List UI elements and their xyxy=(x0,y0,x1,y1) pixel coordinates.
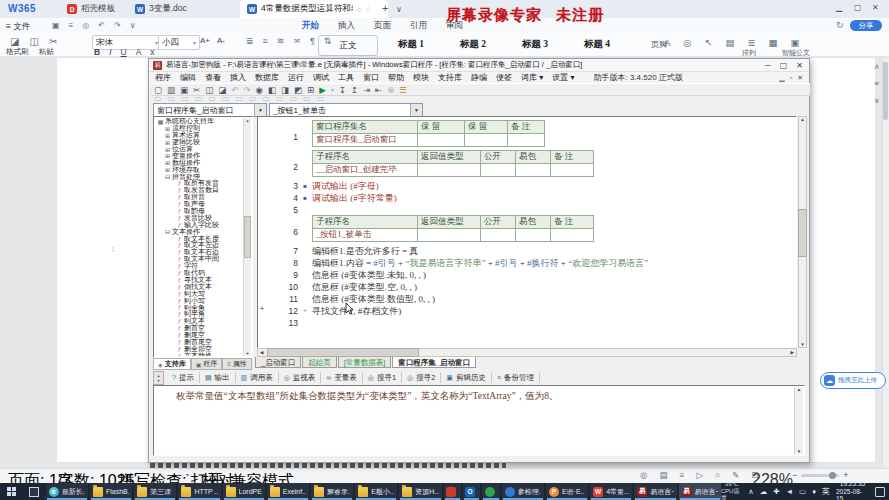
taskbar-item[interactable]: 资源H... xyxy=(399,483,441,500)
task-view-button[interactable] xyxy=(24,483,44,500)
toolbar-icon[interactable]: ◎ xyxy=(683,37,691,48)
toolbar-icon[interactable]: ↧ xyxy=(339,85,346,95)
tree-item[interactable]: ƒ取文本中间 xyxy=(155,256,244,263)
toolbar-icon[interactable]: x xyxy=(150,47,154,57)
toolbar-icon[interactable]: ▭ xyxy=(181,94,189,103)
menu-item[interactable]: 编辑 xyxy=(180,72,196,83)
toolbar-icon[interactable]: ✎ xyxy=(732,470,739,480)
panel-tab[interactable]: ▣程序 xyxy=(191,358,223,370)
toolbar-icon[interactable]: A- xyxy=(217,36,225,45)
toolbar-icon[interactable]: ⇤ xyxy=(375,85,382,95)
code-line[interactable]: 13 xyxy=(258,317,778,329)
output-tool[interactable]: ?提示 xyxy=(167,372,200,383)
zoom-track[interactable] xyxy=(801,474,839,477)
toolbar-icon[interactable]: ≡ xyxy=(263,36,268,46)
output-tool[interactable]: ◎搜寻2 xyxy=(402,372,441,383)
toolbar-icon[interactable]: A+ xyxy=(200,36,210,45)
ide-maximize-button[interactable]: ▢ xyxy=(780,61,788,70)
input-language-indicator[interactable]: 英 xyxy=(822,486,830,497)
hscrollbar-thumb[interactable] xyxy=(267,348,419,357)
toolbar-icon[interactable]: ◫ xyxy=(205,85,213,95)
upload-badge[interactable]: ☁ 拖拽至此上传 xyxy=(820,372,886,389)
wps-logo[interactable]: W365 xyxy=(8,3,36,14)
chevron-down-icon[interactable]: ▼ xyxy=(410,104,422,116)
scroll-up-icon[interactable]: ▲ xyxy=(797,387,801,392)
toolbar-icon[interactable]: ≡ xyxy=(679,470,684,480)
menu-item[interactable]: 调试 xyxy=(313,72,329,83)
menu-item[interactable]: 词库 ▾ xyxy=(521,72,543,83)
taskbar-item[interactable] xyxy=(444,483,461,500)
menu-item[interactable]: 帮助 xyxy=(388,72,404,83)
toolbar-icon[interactable]: ▭ xyxy=(290,94,298,103)
tree-scrollbar[interactable]: ▲ ▼ xyxy=(243,118,251,356)
toolbar-icon[interactable]: ≡ xyxy=(875,79,879,88)
toolbar-icon[interactable]: ▭ xyxy=(276,94,284,103)
toolbar-icon[interactable]: ≍ xyxy=(293,36,301,46)
toolbar-icon[interactable]: ▭ xyxy=(263,94,271,103)
output-tool[interactable]: ▤输出 xyxy=(200,372,236,383)
toolbar-icon[interactable]: ↥ xyxy=(351,85,358,95)
style-chip[interactable]: 标题 4 xyxy=(568,35,626,54)
new-tab-button[interactable]: + xyxy=(382,2,388,14)
subroutine-combo[interactable]: _按钮1_被单击▼ xyxy=(269,103,423,117)
taskbar-item[interactable]: 聚睿录... xyxy=(311,483,353,500)
mdi-restore-button[interactable]: ▫ xyxy=(790,74,792,82)
menu-item[interactable]: 窗口 xyxy=(363,72,379,83)
menu-item[interactable]: 便签 xyxy=(496,72,512,83)
tab-docer[interactable]: D 稻壳模板 xyxy=(60,0,122,18)
toolbar-icon[interactable]: ↷ xyxy=(114,21,121,30)
toolbar-icon[interactable]: ▷ xyxy=(696,470,703,480)
output-tool[interactable]: ◎监视表 xyxy=(279,372,322,383)
taskbar-item[interactable]: Exeinf... xyxy=(267,483,309,500)
zoom-handle[interactable] xyxy=(829,472,836,479)
fold-marker[interactable]: + xyxy=(260,305,264,312)
ide-close-button[interactable]: ✕ xyxy=(796,61,803,70)
toolbar-icon[interactable]: ∨ xyxy=(874,96,880,105)
toolbar-icon[interactable]: ▣ xyxy=(791,37,800,48)
menu-item[interactable]: 运行 xyxy=(288,72,304,83)
code-line[interactable]: 8编辑框1.内容 = #引号 + “我是易语言字符串” + #引号 + #换行符… xyxy=(258,257,778,269)
paste-button[interactable]: 粘贴 xyxy=(39,47,54,57)
document-scrollbar-thumb[interactable] xyxy=(883,62,888,120)
taskbar-item[interactable]: 第三课 xyxy=(134,483,176,500)
scroll-down-icon[interactable]: ▼ xyxy=(246,351,250,356)
panel-tab[interactable]: ≡属性 xyxy=(222,358,252,370)
toolbar-icon[interactable]: U xyxy=(121,47,127,57)
share-button[interactable]: 分享 xyxy=(850,20,882,31)
toolbar-icon[interactable]: ▭ xyxy=(168,94,176,103)
toolbar-icon[interactable]: ◧ xyxy=(268,85,276,95)
tray-icon[interactable]: ∧ xyxy=(748,487,754,496)
scroll-down-icon[interactable]: ▼ xyxy=(797,449,801,454)
menu-item[interactable]: 模块 xyxy=(413,72,429,83)
taskbar-item[interactable]: e最新长... xyxy=(46,483,88,500)
toolbar-icon[interactable]: ⊞ xyxy=(307,85,314,95)
cpu-temp-widget[interactable]: 39℃CPU温度 xyxy=(721,481,743,500)
panel-splitter-buttons[interactable]: ▴▾ xyxy=(153,371,164,385)
toolbar-icon[interactable]: ▪ xyxy=(331,85,334,95)
scroll-up-icon[interactable]: ▲ xyxy=(800,117,804,122)
output-scrollbar[interactable]: ▲ ▼ xyxy=(794,387,803,454)
toolbar-icon[interactable]: ▤ xyxy=(726,37,735,48)
output-tool[interactable]: ▣剪辑历史 xyxy=(441,372,492,383)
toolbar-icon[interactable]: ○ xyxy=(715,470,720,480)
toolbar-icon[interactable]: ▭ xyxy=(249,94,257,103)
toolbar-icon[interactable]: ▭ xyxy=(154,94,162,103)
toolbar-icon[interactable]: ⇥ xyxy=(363,85,370,95)
code-scrollbar-thumb[interactable] xyxy=(798,209,807,257)
editor-tab[interactable]: 起始页 xyxy=(302,357,337,368)
toolbar-icon[interactable]: ✂ xyxy=(49,36,57,47)
code-line[interactable]: 10信息框 (#变体类型.空, 0, , ) xyxy=(258,281,778,293)
taskbar-item[interactable] xyxy=(482,483,499,500)
editor-tab[interactable]: [常量数据表] xyxy=(338,357,392,368)
tree-scrollbar-thumb[interactable] xyxy=(244,216,251,258)
toolbar-icon[interactable]: ◪ xyxy=(10,36,19,47)
code-line[interactable]: 3■调试输出 (#字母) xyxy=(258,180,778,192)
mdi-minimize-button[interactable]: ▁ xyxy=(779,74,784,82)
zoom-slider[interactable]: − + xyxy=(792,470,849,480)
editor-tab[interactable]: 窗口程序集_启动窗口 xyxy=(392,357,476,368)
tree-item[interactable]: ƒ文本替换 xyxy=(155,352,244,356)
toolbar-icon[interactable]: ≡ xyxy=(69,21,74,30)
code-horizontal-scrollbar[interactable]: ◀ ▶ xyxy=(257,348,797,357)
taskbar-item[interactable]: FlashB... xyxy=(90,483,132,500)
menu-item[interactable]: 数据库 xyxy=(255,72,279,83)
